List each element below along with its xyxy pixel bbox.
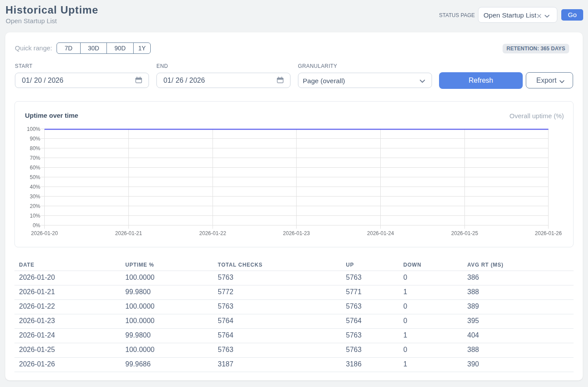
svg-text:2026-01-20: 2026-01-20 [31, 230, 58, 236]
svg-text:100%: 100% [27, 126, 40, 132]
svg-text:2026-01-26: 2026-01-26 [535, 230, 562, 236]
svg-text:80%: 80% [30, 145, 40, 151]
svg-text:2026-01-23: 2026-01-23 [283, 230, 310, 236]
svg-text:90%: 90% [30, 136, 40, 142]
svg-text:0%: 0% [33, 222, 41, 229]
svg-text:2026-01-22: 2026-01-22 [199, 230, 227, 236]
svg-text:2026-01-21: 2026-01-21 [115, 230, 142, 236]
svg-text:30%: 30% [30, 194, 40, 200]
svg-text:2026-01-25: 2026-01-25 [451, 230, 478, 236]
svg-text:50%: 50% [30, 174, 40, 180]
svg-text:60%: 60% [30, 165, 40, 171]
svg-text:10%: 10% [30, 213, 40, 219]
svg-text:2026-01-24: 2026-01-24 [367, 230, 394, 236]
svg-text:20%: 20% [30, 203, 40, 209]
svg-text:70%: 70% [30, 155, 40, 161]
svg-text:40%: 40% [30, 184, 40, 190]
